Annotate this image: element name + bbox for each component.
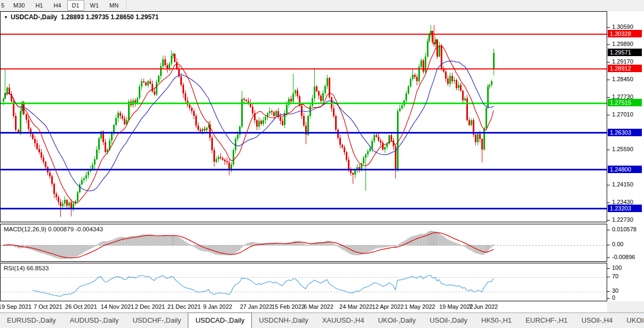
chart-tab-usdcad[interactable]: USDCAD-,Daily	[188, 313, 252, 328]
timeframe-button-mn[interactable]: MN	[105, 0, 123, 11]
price-tick-label: 1.28450	[612, 76, 633, 82]
price-tick-label: 1.27010	[612, 111, 633, 118]
rsi-chart[interactable]	[1, 263, 607, 301]
price-tick-label: 1.29170	[612, 58, 633, 65]
price-level-badge: 1.23203	[608, 205, 642, 212]
timeframe-button-d1[interactable]: D1	[67, 0, 84, 11]
chart-tab-usdcnh[interactable]: USDCNH-,Daily	[252, 314, 315, 327]
timeframe-button-h1[interactable]: H1	[30, 0, 47, 11]
chart-tab-eurusd[interactable]: EURUSD-,Daily	[0, 314, 63, 327]
price-axis[interactable]: 1.305901.298901.291701.284501.277301.270…	[607, 11, 644, 301]
price-tick-mark	[607, 80, 610, 80]
chart-tab-ukoil[interactable]: UKOil-,H4	[619, 314, 644, 327]
macd-tick-label: 0.010578	[612, 226, 637, 232]
chart-title: ▼ USDCAD-,Daily 1.28893 1.29735 1.28650 …	[4, 13, 158, 21]
price-level-badge: 1.28912	[608, 65, 642, 72]
time-axis[interactable]: 19 Sep 20217 Oct 202126 Oct 202114 Nov 2…	[0, 301, 607, 313]
timeframe-button-5[interactable]: 5	[1, 0, 7, 11]
price-tick-mark	[607, 27, 610, 28]
chart-tab-usdchf[interactable]: USDCHF-,Daily	[125, 314, 188, 327]
price-level-badge: 1.26303	[608, 129, 642, 136]
chart-tab-usoil[interactable]: USOil-,H4	[575, 314, 620, 327]
rsi-indicator-panel[interactable]: RSI(14) 66.8533	[0, 263, 607, 301]
timeframe-button-w1[interactable]: W1	[85, 0, 104, 11]
rsi-label: RSI(14) 66.8533	[4, 265, 49, 271]
trading-terminal-window: 5M30H1H4D1W1MN ▼ USDCAD-,Daily 1.28893 1…	[0, 0, 644, 328]
timeframe-button-h4[interactable]: H4	[49, 0, 66, 11]
chart-tab-usoil[interactable]: USOil-,Daily	[423, 314, 474, 327]
rsi-tick-mark	[607, 268, 610, 269]
chart-tab-ukoil[interactable]: UKOil-,Daily	[371, 314, 423, 327]
price-chart-panel[interactable]: ▼ USDCAD-,Daily 1.28893 1.29735 1.28650 …	[0, 11, 607, 222]
price-level-badge: 1.29571	[608, 49, 642, 56]
macd-indicator-panel[interactable]: MACD(12,26,9) 0.000879 -0.004343	[0, 224, 607, 262]
price-tick-label: 1.29890	[612, 41, 633, 47]
price-tick-mark	[607, 44, 610, 45]
price-tick-label: 1.22730	[612, 216, 633, 223]
macd-tick-label: 0.00	[612, 241, 623, 247]
rsi-tick-mark	[607, 298, 610, 299]
price-tick-mark	[607, 220, 610, 221]
chart-tab-bar: EURUSD-,DailyAUDUSD-,DailyUSDCHF-,DailyU…	[0, 313, 644, 328]
timeframe-toolbar: 5M30H1H4D1W1MN	[0, 0, 644, 11]
chart-tab-audusd[interactable]: AUDUSD-,Daily	[63, 314, 126, 327]
price-tick-mark	[607, 202, 610, 203]
rsi-tick-label: 0	[612, 294, 615, 301]
chart-tab-eurchf[interactable]: EURCHF-,H1	[519, 314, 575, 327]
macd-tick-mark	[607, 230, 610, 230]
rsi-tick-label: 30	[612, 287, 618, 294]
symbol-dropdown-icon[interactable]: ▼	[4, 15, 8, 20]
macd-tick-mark	[607, 245, 610, 245]
timeframe-button-m30[interactable]: M30	[9, 0, 29, 11]
price-tick-mark	[607, 62, 610, 63]
macd-tick-mark	[607, 257, 610, 258]
price-level-badge: 1.30328	[608, 30, 642, 37]
chart-tab-hk50[interactable]: HK50-,H1	[474, 314, 519, 327]
rsi-tick-label: 70	[612, 273, 618, 279]
price-tick-label: 1.30590	[612, 24, 633, 30]
price-level-badge: 1.24800	[608, 166, 642, 173]
chart-title-text: USDCAD-,Daily 1.28893 1.29735 1.28650 1.…	[11, 13, 159, 21]
macd-tick-label: -0.00896	[612, 254, 635, 260]
rsi-tick-mark	[607, 291, 610, 292]
rsi-tick-label: 100	[612, 264, 622, 271]
price-tick-mark	[607, 185, 610, 185]
price-tick-mark	[607, 150, 610, 150]
date-tick-label: 7 Jun 2022	[459, 303, 507, 310]
macd-label: MACD(12,26,9) 0.000879 -0.004343	[4, 226, 103, 232]
price-tick-mark	[607, 115, 610, 115]
price-tick-label: 1.24150	[612, 181, 633, 188]
candlestick-chart[interactable]	[1, 12, 607, 222]
price-tick-label: 1.25590	[612, 146, 633, 152]
price-level-badge: 1.27515	[608, 99, 642, 106]
toolbar-separator	[126, 1, 126, 10]
chart-tab-xauusd[interactable]: XAUUSD-,H4	[315, 314, 371, 327]
price-tick-mark	[607, 97, 610, 98]
rsi-tick-mark	[607, 277, 610, 277]
